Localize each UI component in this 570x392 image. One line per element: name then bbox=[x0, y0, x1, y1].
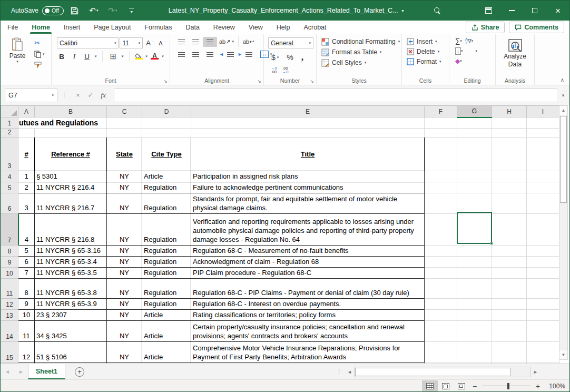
column-header[interactable]: E bbox=[191, 106, 425, 117]
enter-button[interactable]: ✓ bbox=[84, 91, 97, 99]
delete-cells-button[interactable]: Delete▾ bbox=[404, 46, 447, 56]
cell[interactable] bbox=[457, 342, 492, 363]
format-painter-button[interactable] bbox=[32, 61, 47, 70]
cell[interactable] bbox=[142, 129, 191, 138]
cell-title[interactable]: Participation in assigned risk plans bbox=[191, 171, 425, 182]
horizontal-scrollbar[interactable] bbox=[354, 367, 531, 377]
comma-style-button[interactable]: , bbox=[299, 51, 306, 64]
comments-button[interactable]: Comments bbox=[509, 22, 564, 33]
align-middle-button[interactable] bbox=[189, 37, 203, 47]
cell[interactable] bbox=[425, 268, 457, 279]
orientation-button[interactable]: ab↗▾ bbox=[217, 37, 236, 46]
close-button[interactable]: × bbox=[546, 1, 569, 21]
fill-button[interactable]: ↓▾ bbox=[454, 47, 465, 55]
cell-state[interactable]: NY bbox=[107, 321, 142, 342]
row-header[interactable]: 13 bbox=[1, 310, 18, 321]
sheet-tab[interactable]: Sheet1 bbox=[28, 364, 65, 379]
cell-state[interactable]: NY bbox=[107, 182, 142, 193]
row-header[interactable]: 3 bbox=[1, 138, 18, 171]
cell[interactable] bbox=[527, 182, 559, 193]
cell[interactable] bbox=[457, 257, 492, 268]
percent-style-button[interactable]: % bbox=[284, 52, 295, 63]
autosum-button[interactable]: ∑▾ bbox=[454, 36, 464, 45]
row-header[interactable]: 9 bbox=[1, 257, 18, 268]
ribbon-tab[interactable]: Help bbox=[270, 22, 297, 34]
cell-cite-type[interactable]: Regulation bbox=[142, 279, 191, 299]
cell-reference[interactable]: 11 NYCRR § 65-3.4 bbox=[35, 257, 107, 268]
cell-reference[interactable]: 34 § 3425 bbox=[35, 321, 107, 342]
column-header[interactable]: B bbox=[35, 106, 107, 117]
cell-reference[interactable]: 11 NYCRR § 65-3.9 bbox=[35, 299, 107, 310]
share-button[interactable]: Share bbox=[466, 22, 505, 33]
column-header[interactable]: D bbox=[142, 106, 191, 117]
column-header[interactable]: I bbox=[527, 106, 559, 117]
copy-button[interactable]: ▾ bbox=[32, 50, 47, 59]
wrap-text-button[interactable]: ab↩ bbox=[241, 37, 256, 46]
autosave-toggle[interactable]: Off bbox=[42, 6, 64, 15]
cell[interactable] bbox=[492, 171, 527, 182]
row-header[interactable]: 12 bbox=[1, 299, 18, 310]
vertical-scrollbar[interactable]: ▲ ▼ bbox=[559, 105, 568, 360]
conditional-formatting-button[interactable]: Conditional Formatting▾ bbox=[319, 36, 399, 47]
undo-button[interactable]: ↶▾ bbox=[86, 3, 102, 18]
cell[interactable] bbox=[492, 342, 527, 363]
cell-number[interactable]: 2 bbox=[18, 182, 35, 193]
ribbon-tab[interactable]: Page Layout bbox=[87, 22, 137, 34]
cell[interactable] bbox=[425, 182, 457, 193]
cell-state[interactable]: NY bbox=[107, 299, 142, 310]
cell-number[interactable]: 10 bbox=[18, 310, 35, 321]
row-header[interactable]: 11 bbox=[1, 279, 18, 299]
row-header[interactable]: 2 bbox=[1, 129, 18, 138]
cell[interactable] bbox=[425, 171, 457, 182]
row-header[interactable]: 6 bbox=[1, 193, 18, 214]
cell-cite-type[interactable]: Article bbox=[142, 310, 191, 321]
cell-cite-type[interactable]: Regulation bbox=[142, 299, 191, 310]
insert-function-button[interactable]: fx bbox=[97, 91, 110, 100]
cell-reference[interactable]: 11 NYCRR § 216.8 bbox=[35, 214, 107, 246]
cell-cite-type[interactable]: Regulation bbox=[142, 193, 191, 214]
ribbon-tab[interactable]: Insert bbox=[57, 22, 87, 34]
underline-button[interactable]: U bbox=[82, 53, 92, 61]
cell[interactable] bbox=[457, 310, 492, 321]
scroll-down-button[interactable]: ▼ bbox=[559, 350, 567, 359]
zoom-slider[interactable] bbox=[482, 386, 530, 387]
ribbon-collapse-button[interactable]: ∧ bbox=[561, 77, 564, 83]
cell[interactable] bbox=[142, 117, 191, 129]
save-button[interactable] bbox=[67, 3, 83, 18]
cell[interactable] bbox=[527, 129, 559, 138]
cell-state[interactable]: NY bbox=[107, 342, 142, 363]
cell-title[interactable]: Rating classifications or territories; p… bbox=[191, 310, 425, 321]
sheet-nav-left-button[interactable]: ◄ bbox=[1, 364, 14, 379]
vertical-scrollbar-thumb[interactable] bbox=[560, 116, 567, 203]
cancel-button[interactable]: × bbox=[72, 91, 84, 99]
cell[interactable] bbox=[425, 193, 457, 214]
decrease-indent-button[interactable]: ◄ bbox=[217, 50, 235, 60]
cell[interactable] bbox=[425, 117, 457, 129]
borders-dropdown-icon[interactable]: ▾ bbox=[122, 54, 124, 58]
column-header[interactable]: F bbox=[425, 106, 457, 117]
cell[interactable] bbox=[527, 257, 559, 268]
cell[interactable] bbox=[527, 117, 559, 129]
row-header[interactable]: 7 bbox=[1, 214, 18, 246]
sheet-nav-right-button[interactable]: ► bbox=[14, 364, 28, 379]
cell-title[interactable]: Regulation 68-C - Measurement of no-faul… bbox=[191, 246, 425, 257]
number-format-select[interactable]: General▾ bbox=[268, 37, 313, 48]
find-select-button[interactable]: ▾ bbox=[468, 47, 479, 55]
cell[interactable] bbox=[425, 129, 457, 138]
redo-button[interactable]: ↷▾ bbox=[105, 3, 121, 18]
cell[interactable] bbox=[527, 193, 559, 214]
cell-title[interactable]: Regulation 68-C - PIP Claims - Payment o… bbox=[191, 279, 425, 299]
cell-number[interactable]: 8 bbox=[18, 279, 35, 299]
font-family-select[interactable]: Calibri▾ bbox=[57, 37, 119, 48]
insert-cells-button[interactable]: Insert▾ bbox=[404, 36, 447, 46]
ribbon-tab[interactable]: Review bbox=[207, 22, 242, 34]
cell[interactable] bbox=[492, 310, 527, 321]
cell[interactable] bbox=[527, 214, 559, 246]
decrease-font-size-button[interactable]: Aˇ bbox=[156, 39, 168, 47]
cell[interactable] bbox=[457, 268, 492, 279]
sort-filter-button[interactable]: AZ∇▾ bbox=[464, 37, 475, 45]
cell[interactable] bbox=[425, 299, 457, 310]
hscroll-right-button[interactable]: ► bbox=[531, 367, 540, 377]
cell[interactable] bbox=[425, 257, 457, 268]
zoom-slider-thumb[interactable] bbox=[507, 383, 509, 389]
